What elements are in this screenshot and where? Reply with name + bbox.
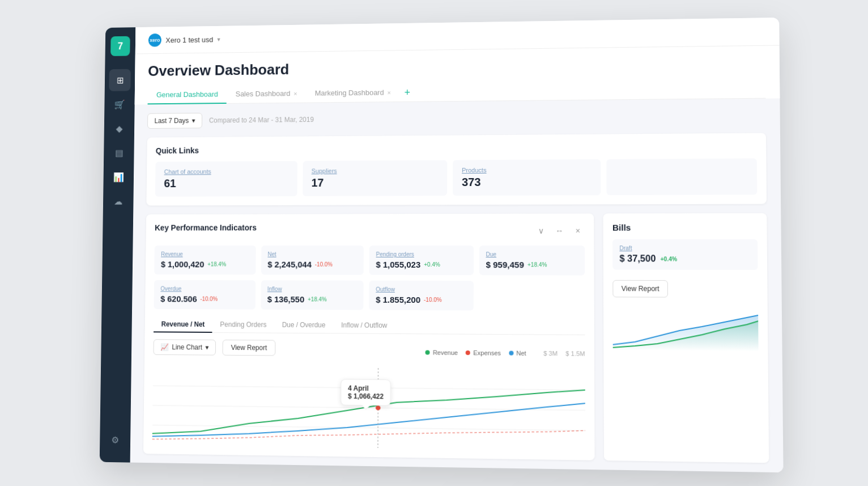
chart-tooltip: 4 April $ 1,066,422	[341, 379, 391, 405]
close-marketing-tab-icon[interactable]: ×	[387, 88, 390, 95]
date-chevron-icon: ▾	[192, 116, 195, 124]
bills-mini-chart	[612, 304, 758, 351]
sidebar-item-analytics[interactable]: 📊	[108, 166, 130, 188]
main-content: xero Xero 1 test usd ▾ Overview Dashboar…	[130, 18, 784, 472]
tab-revenue-net[interactable]: Revenue / Net	[154, 316, 212, 332]
page-title: Overview Dashboard	[148, 54, 765, 79]
add-tab-button[interactable]: +	[400, 84, 415, 100]
chart-controls: 📈 Line Chart ▾ View Report	[154, 339, 275, 356]
kpi-metrics-grid: Revenue $ 1,000,420 +18.4% Net $ 2,245,0…	[154, 245, 585, 311]
bills-view-report-button[interactable]: View Report	[612, 280, 668, 297]
kpi-inflow: Inflow $ 136,550 +18.4%	[261, 280, 364, 310]
sidebar-item-dashboard[interactable]: ⊞	[109, 69, 130, 91]
y-axis-label-1-5m: $ 1.5M	[565, 350, 585, 357]
kpi-close-button[interactable]: ×	[571, 223, 585, 237]
sidebar: 7 ⊞ 🛒 ◆ ▤ 📊 ☁ ⚙	[100, 27, 136, 462]
kpi-pending-orders: Pending orders $ 1,055,023 +0.4%	[369, 245, 474, 274]
chart-legend: Revenue Expenses Net $ 3M $ 1.5	[426, 349, 585, 357]
tab-inflow-outflow[interactable]: Inflow / Outflow	[333, 318, 395, 334]
xero-logo: xero	[148, 33, 161, 47]
quick-link-products[interactable]: Products 373	[453, 159, 601, 195]
bills-draft-badge: +0.4%	[661, 255, 678, 261]
y-axis-label-3m: $ 3M	[543, 349, 558, 356]
close-sales-tab-icon[interactable]: ×	[293, 90, 297, 96]
bills-panel: Bills Draft $ 37,500 +0.4% View Report	[603, 213, 769, 462]
tab-general-dashboard[interactable]: General Dashboard	[148, 85, 227, 104]
tab-sales-dashboard[interactable]: Sales Dashboard ×	[227, 84, 306, 104]
kpi-revenue: Revenue $ 1,000,420 +18.4%	[154, 245, 256, 274]
quick-links-section: Quick Links Chart of accounts 61 Supplie…	[146, 133, 767, 205]
kpi-overdue: Overdue $ 620.506 -10.0%	[154, 280, 255, 309]
tab-due-overdue[interactable]: Due / Overdue	[274, 317, 333, 333]
bills-title: Bills	[612, 222, 758, 233]
line-chart-icon: 📈	[160, 343, 169, 351]
tab-marketing-dashboard[interactable]: Marketing Dashboard ×	[306, 83, 400, 103]
compare-date-text: Compared to 24 Mar - 31 Mar, 2019	[209, 116, 314, 124]
kpi-title: Key Performance Indicators	[155, 223, 257, 232]
date-filter-row: Last 7 Days ▾ Compared to 24 Mar - 31 Ma…	[147, 107, 766, 128]
sidebar-item-orders[interactable]: 🛒	[109, 93, 131, 115]
quick-link-extra	[606, 158, 757, 195]
sidebar-item-inventory[interactable]: ▤	[108, 141, 130, 163]
kpi-section: Key Performance Indicators ∨ ↔ × Revenue…	[143, 213, 595, 460]
kpi-header: Key Performance Indicators ∨ ↔ ×	[155, 222, 585, 238]
company-name: Xero 1 test usd	[165, 35, 213, 44]
kpi-collapse-button[interactable]: ∨	[534, 223, 548, 237]
chevron-down-icon: ▾	[218, 35, 221, 43]
kpi-view-report-button[interactable]: View Report	[223, 339, 275, 356]
quick-link-suppliers[interactable]: Suppliers 17	[303, 160, 447, 196]
kpi-due: Due $ 959,459 +18.4%	[479, 246, 585, 276]
bills-draft-label[interactable]: Draft	[619, 245, 750, 251]
company-selector[interactable]: xero Xero 1 test usd ▾	[148, 32, 221, 47]
kpi-controls: ∨ ↔ ×	[534, 223, 585, 237]
content-area: Last 7 Days ▾ Compared to 24 Mar - 31 Ma…	[130, 98, 784, 472]
net-legend-dot	[509, 350, 513, 355]
revenue-legend-dot	[426, 350, 430, 354]
legend-net: Net	[509, 349, 526, 356]
quick-link-chart-of-accounts[interactable]: Chart of accounts 61	[155, 160, 297, 196]
date-range-label: Last 7 Days	[154, 116, 189, 124]
tab-pending-orders[interactable]: Pending Orders	[212, 317, 274, 333]
sidebar-item-cloud[interactable]: ☁	[107, 190, 129, 212]
sidebar-item-tags[interactable]: ◆	[108, 117, 130, 139]
expenses-legend-dot	[466, 350, 470, 354]
kpi-expand-button[interactable]: ↔	[552, 223, 566, 237]
kpi-outflow: Outflow $ 1.855,200 -10.0%	[369, 280, 473, 310]
bills-draft-item: Draft $ 37,500 +0.4%	[612, 239, 758, 269]
kpi-net: Net $ 2,245,044 -10.0%	[261, 245, 363, 274]
chart-type-button[interactable]: 📈 Line Chart ▾	[154, 339, 216, 356]
app-logo: 7	[110, 36, 130, 56]
legend-expenses: Expenses	[466, 349, 501, 356]
quick-links-grid: Chart of accounts 61 Suppliers 17 Produc…	[155, 158, 757, 197]
quick-links-title: Quick Links	[156, 142, 757, 155]
bills-draft-value: $ 37,500	[619, 253, 656, 264]
kpi-chart-area: 4 April $ 1,066,422	[152, 366, 585, 451]
chart-type-chevron-icon: ▾	[206, 343, 209, 351]
sidebar-item-settings[interactable]: ⚙	[104, 428, 126, 451]
date-range-button[interactable]: Last 7 Days ▾	[147, 112, 202, 128]
dashboard-header: Overview Dashboard General Dashboard Sal…	[135, 45, 780, 104]
kpi-chart-tabs: Revenue / Net Pending Orders Due / Overd…	[154, 316, 585, 335]
legend-revenue: Revenue	[426, 349, 458, 356]
main-two-col: Key Performance Indicators ∨ ↔ × Revenue…	[143, 213, 769, 462]
